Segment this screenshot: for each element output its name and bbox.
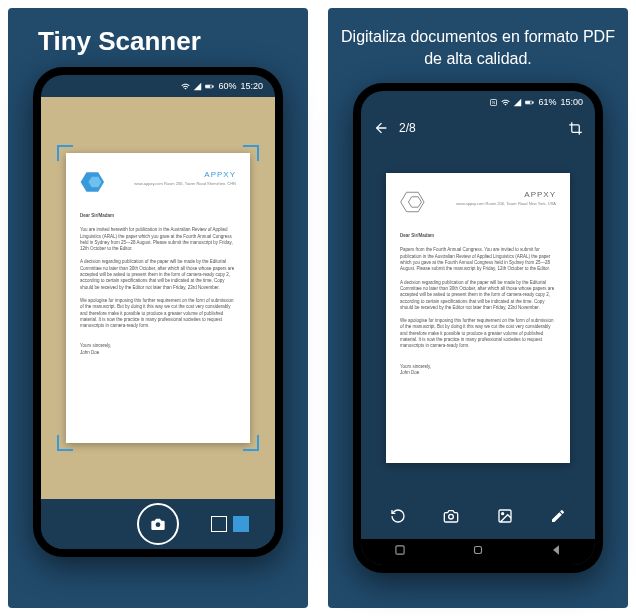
crop-button[interactable] — [568, 121, 583, 136]
wifi-icon — [501, 98, 510, 107]
battery-icon — [205, 82, 214, 91]
mode-single[interactable] — [211, 516, 227, 532]
svg-rect-10 — [526, 101, 530, 103]
doc-para-2: A decision regarding publication of the … — [80, 259, 236, 290]
svg-point-15 — [501, 513, 503, 515]
battery-text: 61% — [538, 97, 556, 107]
back-button[interactable] — [373, 120, 389, 136]
doc-para-1: You are invited herewith for publication… — [80, 227, 236, 252]
camera-viewport: APPXY www.appxy.com Room 206, Tower Road… — [41, 97, 275, 499]
svg-marker-12 — [408, 197, 421, 207]
promo-panel-1: Tiny Scanner 60% 15:20 — [8, 8, 308, 608]
scanned-document: APPXY www.appxy.com Room 206, Tower Road… — [386, 173, 570, 463]
doc-salutation: Dear Sir/Madam — [400, 233, 556, 239]
phone-screen: 60% 15:20 APPXY www.appxy.com Room 206, … — [41, 75, 275, 549]
editor-header: 2/8 — [361, 113, 595, 143]
doc-para-3: We apologise for imposing this further r… — [80, 298, 236, 329]
svg-marker-11 — [401, 192, 424, 212]
time-text: 15:00 — [560, 97, 583, 107]
svg-point-5 — [156, 522, 161, 527]
doc-salutation: Dear Sir/Madam — [80, 213, 236, 219]
nfc-icon: N — [489, 98, 498, 107]
time-text: 15:20 — [240, 81, 263, 91]
status-icons: N — [489, 98, 534, 107]
doc-signer: John Doe — [80, 350, 236, 356]
phone-screen: N 61% 15:00 2/8 — [361, 91, 595, 565]
battery-icon — [525, 98, 534, 107]
nav-home[interactable] — [471, 543, 485, 561]
phone-frame: 60% 15:20 APPXY www.appxy.com Room 206, … — [33, 67, 283, 557]
status-bar: 60% 15:20 — [41, 75, 275, 97]
doc-company: APPXY — [134, 169, 236, 180]
svg-text:N: N — [493, 101, 496, 105]
editor-bottom-bar — [361, 493, 595, 539]
svg-rect-9 — [533, 101, 534, 103]
camera-bottom-bar — [41, 499, 275, 549]
document-preview: APPXY www.appxy.com Room 206, Tower Road… — [361, 143, 595, 493]
doc-para-1: Papers from the Fourth Annual Congress. … — [400, 247, 556, 272]
shutter-button[interactable] — [137, 503, 179, 545]
status-bar: N 61% 15:00 — [361, 91, 595, 113]
promo-panel-2: Digitaliza documentos en formato PDF de … — [328, 8, 628, 608]
android-nav-bar — [361, 539, 595, 565]
signal-icon — [193, 82, 202, 91]
page-indicator: 2/8 — [399, 121, 416, 135]
svg-point-13 — [449, 515, 454, 520]
signal-icon — [513, 98, 522, 107]
gallery-button[interactable] — [497, 508, 513, 524]
svg-rect-16 — [396, 546, 404, 554]
status-icons — [181, 82, 214, 91]
camera-icon — [150, 516, 166, 532]
battery-text: 60% — [218, 81, 236, 91]
wifi-icon — [181, 82, 190, 91]
nav-recent[interactable] — [393, 543, 407, 561]
scanned-document: APPXY www.appxy.com Room 206, Tower Road… — [66, 153, 250, 443]
rotate-button[interactable] — [390, 508, 406, 524]
mode-batch[interactable] — [233, 516, 249, 532]
svg-rect-1 — [213, 85, 214, 87]
app-title: Tiny Scanner — [20, 26, 201, 57]
svg-rect-17 — [475, 547, 482, 554]
doc-address: www.appxy.com Room 206, Tower Road New Y… — [456, 202, 556, 207]
retake-button[interactable] — [443, 508, 459, 524]
doc-company: APPXY — [456, 189, 556, 200]
doc-signer: John Doe — [400, 370, 556, 376]
svg-rect-2 — [206, 85, 210, 87]
doc-para-2: A decision regarding publication of the … — [400, 280, 556, 311]
doc-address: www.appxy.com Room 206, Tower Road Shenz… — [134, 182, 236, 187]
doc-para-3: We apologise for imposing this further r… — [400, 318, 556, 349]
doc-logo-icon — [80, 169, 106, 195]
nav-back[interactable] — [549, 543, 563, 561]
doc-logo-icon — [400, 189, 426, 215]
panel-subtitle: Digitaliza documentos en formato PDF de … — [340, 26, 616, 69]
phone-frame: N 61% 15:00 2/8 — [353, 83, 603, 573]
edit-button[interactable] — [550, 508, 566, 524]
